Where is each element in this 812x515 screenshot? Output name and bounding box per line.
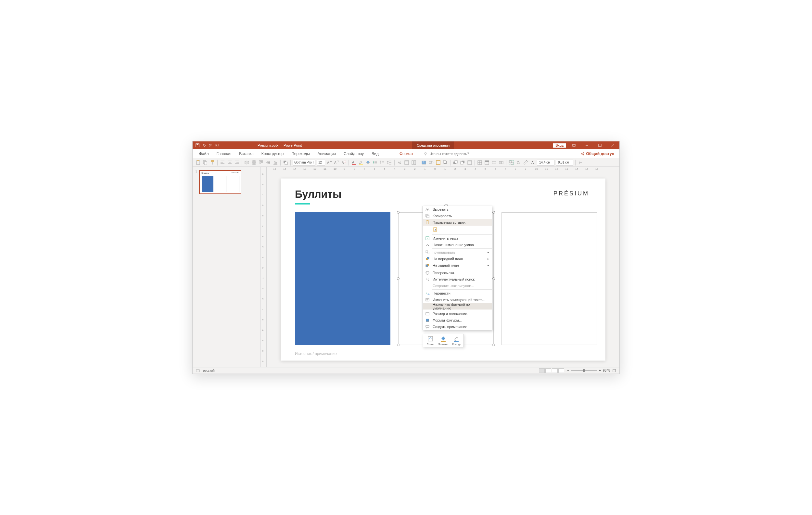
cm-paste-option[interactable]: A <box>423 226 492 234</box>
tab-animations[interactable]: Анимация <box>314 149 340 158</box>
split-cells-icon[interactable] <box>498 160 504 165</box>
view-sorter[interactable] <box>545 369 551 373</box>
selection-pane-icon[interactable] <box>467 160 472 165</box>
text-box-icon[interactable]: A <box>530 160 535 165</box>
shape-rectangle-blue[interactable] <box>295 212 390 345</box>
mt-fill[interactable]: Заливка <box>437 335 449 346</box>
close-button[interactable] <box>606 141 619 149</box>
undo-icon[interactable] <box>202 143 206 147</box>
edit-shape-icon[interactable] <box>523 160 528 165</box>
shape-width-input[interactable]: 9,81 см <box>556 160 573 165</box>
align-middle-icon[interactable] <box>265 160 271 165</box>
picture-icon[interactable] <box>421 160 427 165</box>
text-direction-icon[interactable]: A <box>397 160 402 165</box>
distribute-v-icon[interactable] <box>251 160 257 165</box>
cm-smart-lookup[interactable]: Интеллектуальный поиск <box>423 276 492 282</box>
signin-button[interactable]: Вход <box>553 143 566 147</box>
cm-new-comment[interactable]: Создать примечание <box>423 324 492 330</box>
mt-style[interactable]: Стиль <box>425 335 436 346</box>
clear-format-icon[interactable]: A <box>341 160 347 165</box>
table-style-icon[interactable] <box>484 160 490 165</box>
cm-cut[interactable]: Вырезать <box>423 206 492 213</box>
shape-effects-icon[interactable] <box>442 160 448 165</box>
align-center-icon[interactable] <box>227 160 233 165</box>
decrease-font-icon[interactable]: A <box>334 160 340 165</box>
status-language[interactable]: русский <box>203 369 215 372</box>
align-top-icon[interactable] <box>258 160 264 165</box>
table-icon[interactable] <box>477 160 483 165</box>
tab-slideshow[interactable]: Слайд-шоу <box>340 149 368 158</box>
tab-view[interactable]: Вид <box>368 149 383 158</box>
cm-alt-text[interactable]: Изменить замещающий текст… <box>423 297 492 303</box>
send-backward-icon[interactable] <box>460 160 465 165</box>
tab-format[interactable]: Формат <box>396 149 417 158</box>
start-slideshow-icon[interactable] <box>215 143 219 147</box>
numbering-icon[interactable]: 12 <box>379 160 385 165</box>
cm-send-back[interactable]: На задний план▸ <box>423 262 492 269</box>
font-name-combo[interactable]: Gotham Pro I <box>293 160 315 165</box>
cm-size-position[interactable]: Размер и положение… <box>423 310 492 317</box>
slide-thumbnail-pane[interactable]: 1 Буллиты PRÉSIUM <box>193 167 261 367</box>
cm-edit-points[interactable]: Начать изменение узлов <box>423 242 492 248</box>
zoom-value[interactable]: 96 % <box>603 369 610 372</box>
tab-insert[interactable]: Вставка <box>235 149 258 158</box>
zoom-slider[interactable] <box>571 370 597 371</box>
increase-font-icon[interactable]: A <box>326 160 332 165</box>
tab-file[interactable]: Файл <box>195 149 213 158</box>
zoom-control[interactable]: − + 96 % <box>568 369 616 373</box>
slide[interactable]: Буллиты PRÉSIUM <box>281 179 605 360</box>
shape-fill-icon[interactable] <box>365 160 371 165</box>
zoom-out[interactable]: − <box>568 369 569 372</box>
tell-me-search[interactable]: Что вы хотите сделать? <box>424 149 469 158</box>
ribbon-display-icon[interactable] <box>568 141 580 149</box>
shapes-icon[interactable] <box>428 160 434 165</box>
maximize-button[interactable] <box>593 141 606 149</box>
columns-icon[interactable] <box>411 160 417 165</box>
more-icon[interactable] <box>578 160 583 165</box>
paste-icon[interactable] <box>195 160 201 165</box>
align-left-icon[interactable] <box>220 160 225 165</box>
minimize-button[interactable] <box>580 141 593 149</box>
view-slideshow[interactable] <box>558 369 564 373</box>
view-reading[interactable] <box>552 369 558 373</box>
bring-forward-icon[interactable] <box>453 160 458 165</box>
view-normal[interactable] <box>539 369 545 373</box>
copy-icon[interactable] <box>202 160 208 165</box>
save-icon[interactable] <box>195 143 200 147</box>
contextual-tab-drawing-tools[interactable]: Средства рисования <box>412 141 454 149</box>
bullets-icon[interactable] <box>372 160 378 165</box>
slide-canvas[interactable]: Буллиты PRÉSIUM <box>267 172 619 367</box>
distribute-h-icon[interactable] <box>244 160 250 165</box>
tab-home[interactable]: Главная <box>213 149 235 158</box>
align-text-icon[interactable] <box>404 160 410 165</box>
zoom-in[interactable]: + <box>599 369 601 372</box>
fit-window-icon[interactable] <box>612 369 616 373</box>
shape-height-input[interactable]: 14,4 см <box>537 160 554 165</box>
group-icon[interactable] <box>508 160 514 165</box>
font-color-icon[interactable]: A <box>351 160 357 165</box>
cm-copy[interactable]: Копировать <box>423 213 492 219</box>
cm-hyperlink[interactable]: Гиперссылка… <box>423 270 492 276</box>
cm-edit-text[interactable]: AИзменить текст <box>423 235 492 242</box>
format-painter-icon[interactable] <box>209 160 215 165</box>
slide-thumbnail[interactable]: Буллиты PRÉSIUM <box>199 170 241 194</box>
tab-design[interactable]: Конструктор <box>258 149 287 158</box>
rotate-icon[interactable] <box>516 160 521 165</box>
cm-bring-front[interactable]: На передний план▸ <box>423 255 492 262</box>
shape-outline-icon[interactable] <box>435 160 441 165</box>
shape-rectangle-outline[interactable] <box>501 212 597 345</box>
arrange-icon[interactable] <box>283 160 288 165</box>
redo-icon[interactable] <box>208 143 213 147</box>
line-spacing-icon[interactable] <box>386 160 393 165</box>
merge-cells-icon[interactable] <box>491 160 497 165</box>
mt-outline[interactable]: Контур <box>451 335 462 346</box>
highlight-icon[interactable] <box>358 160 364 165</box>
tab-transitions[interactable]: Переходы <box>287 149 313 158</box>
cm-set-default-shape[interactable]: Назначить фигурой по умолчанию <box>423 303 492 309</box>
cm-format-shape[interactable]: Формат фигуры… <box>423 317 492 324</box>
spellcheck-icon[interactable] <box>196 369 200 373</box>
align-bottom-icon[interactable] <box>272 160 278 165</box>
share-button[interactable]: Общий доступ <box>578 149 617 158</box>
font-size-combo[interactable]: 12 <box>317 160 325 165</box>
cm-translate[interactable]: aあПеревести <box>423 290 492 297</box>
